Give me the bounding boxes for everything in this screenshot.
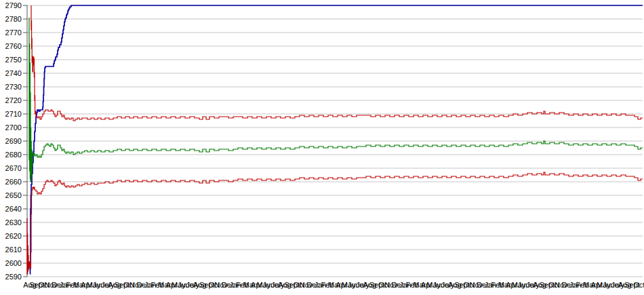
y-axis-tick-label: 2600 xyxy=(5,259,22,267)
y-axis-tick-label: 2660 xyxy=(5,178,22,186)
y-axis-tick-label: 2650 xyxy=(5,191,22,199)
chart-container: 2590260026102620263026402650266026702680… xyxy=(0,0,644,295)
y-axis-labels-group: 2590260026102620263026402650266026702680… xyxy=(5,1,22,281)
y-axis-tick-label: 2780 xyxy=(5,15,22,23)
upper-red-line-path xyxy=(31,5,643,121)
y-axis-tick-label: 2690 xyxy=(5,137,22,145)
series-group xyxy=(27,5,643,274)
y-axis-tick-label: 2760 xyxy=(5,42,22,50)
y-axis-tick-label: 2640 xyxy=(5,205,22,213)
y-axis-tick-label: 2720 xyxy=(5,96,22,104)
y-axis-tick-label: 2680 xyxy=(5,151,22,159)
y-axis-tick-label: 2730 xyxy=(5,83,22,91)
y-axis-tick-label: 2790 xyxy=(5,1,22,9)
x-axis-month-label: Oct xyxy=(633,281,644,289)
gridlines-group xyxy=(27,5,643,277)
y-axis-tick-label: 2670 xyxy=(5,164,22,172)
axes-group xyxy=(23,5,27,277)
y-axis-tick-label: 2610 xyxy=(5,245,22,254)
rating-line-chart: 2590260026102620263026402650266026702680… xyxy=(0,0,644,295)
y-axis-tick-label: 2710 xyxy=(5,110,22,118)
y-axis-tick-label: 2740 xyxy=(5,69,22,77)
y-axis-tick-label: 2770 xyxy=(5,28,22,37)
y-axis-tick-label: 2750 xyxy=(5,56,22,64)
lower-red-line-path xyxy=(27,172,643,274)
blue-line-path xyxy=(30,5,643,274)
y-axis-tick-label: 2590 xyxy=(5,273,22,281)
y-axis-tick-label: 2700 xyxy=(5,123,22,132)
center-green-line-path xyxy=(29,18,643,182)
y-axis-tick-label: 2620 xyxy=(5,232,22,240)
x-axis-labels-group: AugSeptOctNovDecJanFebMarAprMayJuneJulyA… xyxy=(23,281,644,289)
y-axis-tick-label: 2630 xyxy=(5,218,22,227)
